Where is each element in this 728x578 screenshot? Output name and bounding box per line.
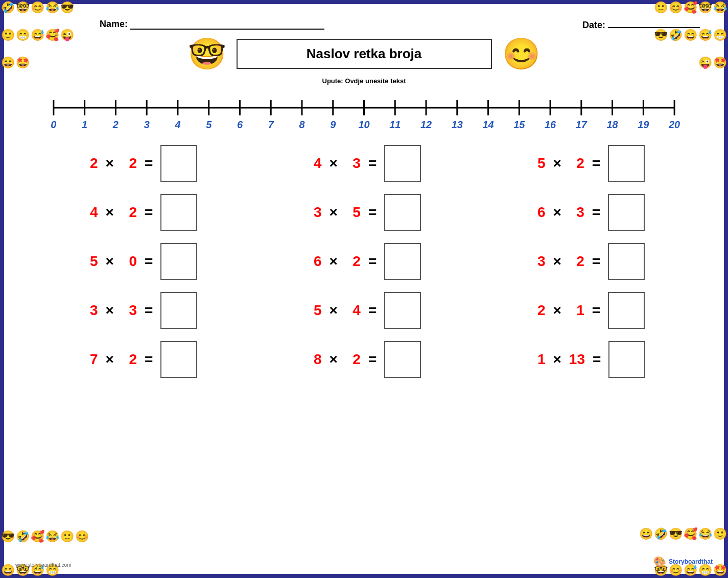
answer-c2-2[interactable] <box>384 194 421 231</box>
answer-c2-5[interactable] <box>384 341 421 378</box>
answer-c3-2[interactable] <box>608 194 645 231</box>
p-c2-1-op: × <box>330 155 338 172</box>
column1-problems: 2 × 2 = 4 × 2 = 5 × 0 = 3 <box>83 141 198 382</box>
answer-c1-4[interactable] <box>160 292 197 329</box>
p-c3-2-eq: = <box>592 204 600 221</box>
answer-c3-5[interactable] <box>608 341 645 378</box>
p-c3-5-eq: = <box>593 351 601 368</box>
instructions: Upute: Ovdje unesite tekst <box>8 77 720 85</box>
p-c1-2-n1: 4 <box>83 204 98 221</box>
problem-c2-1: 4 × 3 = <box>307 145 421 182</box>
date-label: Date: <box>582 20 605 30</box>
svg-text:11: 11 <box>389 119 401 130</box>
problem-c2-2: 3 × 5 = <box>307 194 421 231</box>
footer-brand: 🎨 Storyboardthat <box>653 556 713 568</box>
answer-c1-3[interactable] <box>160 243 197 280</box>
p-c2-2-op: × <box>330 204 338 221</box>
p-c1-5-n1: 7 <box>83 351 98 368</box>
emoji-face-glasses: 🤓 <box>188 36 226 72</box>
p-c2-2-n2: 5 <box>345 204 361 221</box>
p-c2-2-eq: = <box>368 204 377 221</box>
p-c1-3-op: × <box>106 253 114 270</box>
instructions-text: Upute: Ovdje unesite tekst <box>322 77 406 85</box>
p-c1-5-n2: 2 <box>122 351 137 368</box>
p-c1-4-n1: 3 <box>83 302 98 319</box>
answer-c3-1[interactable] <box>608 145 645 182</box>
problems-area: 2 × 2 = 4 × 2 = 5 × 0 = 3 <box>33 141 695 382</box>
number-line-svg: 0 1 2 3 4 5 6 7 <box>38 95 690 136</box>
p-c2-1-eq: = <box>368 155 377 172</box>
answer-c3-3[interactable] <box>608 243 645 280</box>
p-c2-5-n2: 2 <box>345 351 361 368</box>
p-c1-4-n2: 3 <box>122 302 137 319</box>
problem-c1-4: 3 × 3 = <box>83 292 198 329</box>
p-c1-5-op: × <box>106 351 114 368</box>
problem-c2-4: 5 × 4 = <box>307 292 421 329</box>
p-c1-2-eq: = <box>145 204 153 221</box>
p-c3-2-n1: 6 <box>530 204 545 221</box>
answer-c1-5[interactable] <box>160 341 197 378</box>
p-c3-3-n2: 2 <box>569 253 584 270</box>
svg-text:19: 19 <box>638 119 649 130</box>
p-c1-1-op: × <box>106 155 114 172</box>
footer-website: www.storyboardthat.com <box>15 562 72 568</box>
p-c2-4-eq: = <box>368 302 377 319</box>
storyboard-logo-text: Storyboardthat <box>669 558 713 565</box>
title-row: 🤓 Naslov retka broja 😊 <box>49 36 679 72</box>
svg-text:3: 3 <box>144 119 150 130</box>
problem-c1-2: 4 × 2 = <box>83 194 198 231</box>
p-c3-5-n1: 1 <box>530 351 545 368</box>
p-c1-3-n2: 0 <box>122 253 137 270</box>
svg-text:20: 20 <box>668 119 680 130</box>
p-c2-1-n2: 3 <box>345 155 361 172</box>
p-c1-1-n1: 2 <box>83 155 98 172</box>
problem-c3-1: 5 × 2 = <box>530 145 645 182</box>
date-line <box>608 18 700 28</box>
name-label: Name: <box>100 19 128 30</box>
svg-text:13: 13 <box>452 119 463 130</box>
problem-c3-4: 2 × 1 = <box>530 292 645 329</box>
problem-c3-5: 1 × 13 = <box>530 341 645 378</box>
p-c2-5-n1: 8 <box>307 351 322 368</box>
problem-c1-5: 7 × 2 = <box>83 341 198 378</box>
website-text: www.storyboardthat.com <box>15 562 72 568</box>
p-c1-2-n2: 2 <box>122 204 137 221</box>
p-c2-2-n1: 3 <box>307 204 322 221</box>
problem-c3-2: 6 × 3 = <box>530 194 645 231</box>
problem-c2-5: 8 × 2 = <box>307 341 421 378</box>
p-c3-3-op: × <box>553 253 561 270</box>
p-c2-3-eq: = <box>368 253 377 270</box>
name-field: Name: <box>100 19 324 30</box>
answer-c2-4[interactable] <box>384 292 421 329</box>
p-c3-4-n1: 2 <box>530 302 545 319</box>
p-c3-4-n2: 1 <box>569 302 584 319</box>
answer-c2-1[interactable] <box>384 145 421 182</box>
svg-text:7: 7 <box>268 119 274 130</box>
main-content: Name: Date: 🤓 Naslov retka broja 😊 Upute… <box>8 8 720 570</box>
svg-text:10: 10 <box>358 119 369 130</box>
p-c3-4-op: × <box>553 302 561 319</box>
p-c1-1-eq: = <box>145 155 153 172</box>
problem-c1-3: 5 × 0 = <box>83 243 198 280</box>
p-c2-3-n1: 6 <box>307 253 322 270</box>
svg-text:18: 18 <box>607 119 619 130</box>
svg-text:1: 1 <box>82 119 87 130</box>
answer-c3-4[interactable] <box>608 292 645 329</box>
p-c2-3-n2: 2 <box>345 253 361 270</box>
svg-text:14: 14 <box>482 119 494 130</box>
answer-c1-2[interactable] <box>160 194 197 231</box>
title-text: Naslov retka broja <box>307 46 421 61</box>
answer-c1-1[interactable] <box>160 145 197 182</box>
p-c3-1-n1: 5 <box>530 155 545 172</box>
p-c3-4-eq: = <box>592 302 600 319</box>
answer-c2-3[interactable] <box>384 243 421 280</box>
p-c1-3-n1: 5 <box>83 253 98 270</box>
problem-c2-3: 6 × 2 = <box>307 243 421 280</box>
p-c1-5-eq: = <box>145 351 153 368</box>
p-c3-3-eq: = <box>592 253 600 270</box>
p-c2-5-op: × <box>330 351 338 368</box>
column2-problems: 4 × 3 = 3 × 5 = 6 × 2 = 5 <box>307 141 421 382</box>
name-line <box>130 19 324 30</box>
p-c1-2-op: × <box>106 204 114 221</box>
svg-text:2: 2 <box>112 119 119 130</box>
